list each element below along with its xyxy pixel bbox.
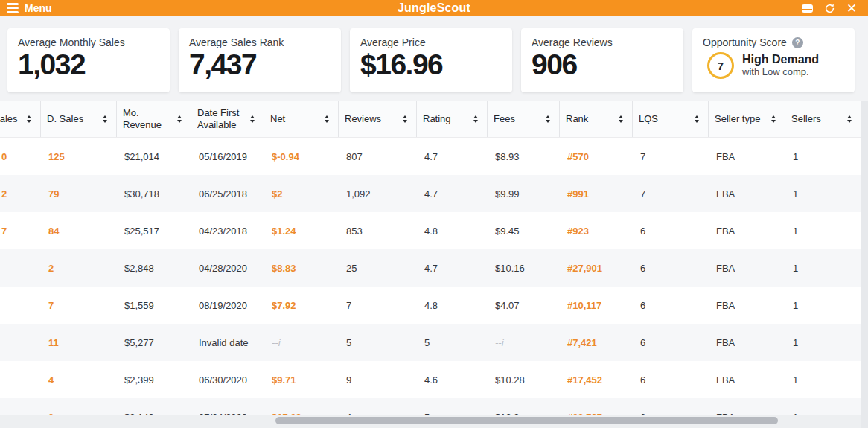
cell-net[interactable]: $8.83 bbox=[264, 249, 339, 287]
stat-label: Average Sales Rank bbox=[189, 36, 331, 48]
column-header-date_first_available[interactable]: Date First Available bbox=[191, 101, 264, 137]
cell-reviews: 1,092 bbox=[339, 175, 417, 212]
cell-rank[interactable]: #923 bbox=[560, 212, 633, 249]
cell-d_sales[interactable]: 84 bbox=[41, 212, 117, 249]
stat-card-opportunity-score: Opportunity Score ? 7 High Demand with L… bbox=[692, 28, 855, 92]
cell-sales[interactable]: 7 bbox=[0, 212, 41, 249]
cell-sellers: 1 bbox=[785, 138, 861, 175]
table-row: 0125$21,01405/16/2019$-0.948074.7$8.93#5… bbox=[0, 138, 861, 175]
table-body: 0125$21,01405/16/2019$-0.948074.7$8.93#5… bbox=[0, 138, 861, 428]
column-header-sellers[interactable]: Sellers bbox=[785, 101, 861, 137]
cell-sellers: 1 bbox=[785, 175, 861, 212]
cell-net[interactable]: $7.92 bbox=[264, 287, 339, 324]
sort-arrows-icon bbox=[473, 115, 478, 123]
cell-sales[interactable]: 0 bbox=[0, 138, 41, 175]
sort-arrows-icon bbox=[325, 115, 329, 123]
vertical-scrollbar[interactable] bbox=[861, 101, 868, 428]
app-title: JungleScout bbox=[0, 0, 868, 16]
cell-seller_type: FBA bbox=[709, 361, 785, 398]
stat-card-sales-rank: Average Sales Rank 7,437 bbox=[179, 28, 341, 92]
sort-down-icon bbox=[847, 120, 852, 123]
refresh-button[interactable] bbox=[822, 1, 837, 15]
cell-sellers: 1 bbox=[785, 212, 861, 249]
refresh-icon bbox=[824, 3, 835, 14]
help-icon[interactable]: ? bbox=[792, 37, 803, 48]
stat-label: Average Monthly Sales bbox=[18, 36, 159, 48]
cell-mo_revenue: $1,559 bbox=[117, 287, 191, 324]
column-header-lqs[interactable]: LQS bbox=[633, 101, 709, 137]
cell-net: --i bbox=[264, 324, 339, 361]
stat-value: 1,032 bbox=[18, 48, 159, 82]
cell-net[interactable]: $9.71 bbox=[264, 361, 339, 398]
cell-d_sales[interactable]: 11 bbox=[41, 324, 117, 361]
cell-rank[interactable]: #7,421 bbox=[560, 324, 633, 361]
cell-sellers: 1 bbox=[785, 324, 861, 361]
sort-arrows-icon bbox=[619, 115, 623, 123]
table-row: 11$5,277Invalid date--i55--i#7,4216FBA1 bbox=[0, 324, 861, 361]
stat-value: 906 bbox=[532, 48, 673, 82]
menu-button[interactable]: Menu bbox=[0, 0, 63, 16]
sort-down-icon bbox=[103, 120, 107, 123]
sort-arrows-icon bbox=[403, 115, 407, 123]
cell-fees: $9.45 bbox=[488, 212, 560, 249]
sort-down-icon bbox=[771, 120, 776, 123]
cell-rank[interactable]: #27,901 bbox=[560, 249, 633, 287]
cell-rank[interactable]: #570 bbox=[560, 138, 633, 175]
sort-up-icon bbox=[177, 115, 182, 118]
cell-date_first_available: 06/25/2018 bbox=[191, 175, 264, 212]
menu-label: Menu bbox=[25, 2, 52, 14]
horizontal-scrollbar-track[interactable] bbox=[0, 415, 861, 428]
column-header-fees[interactable]: Fees bbox=[488, 101, 560, 137]
cell-rank[interactable]: #17,452 bbox=[560, 361, 633, 398]
stat-card-price: Average Price $16.96 bbox=[350, 28, 512, 92]
cell-sales[interactable]: 2 bbox=[0, 175, 41, 212]
cell-seller_type: FBA bbox=[709, 138, 785, 175]
table-row: 4$2,39906/30/2020$9.7194.6$10.28#17,4526… bbox=[0, 361, 861, 398]
cell-d_sales[interactable]: 7 bbox=[41, 287, 117, 324]
column-header-mo_revenue[interactable]: Mo. Revenue bbox=[117, 101, 191, 137]
titlebar-divider bbox=[63, 0, 63, 16]
cell-lqs: 7 bbox=[633, 175, 709, 212]
window-controls: ✕ bbox=[800, 1, 868, 15]
column-label: Net bbox=[270, 113, 285, 125]
column-label: Sales bbox=[0, 113, 18, 125]
column-label: Seller type bbox=[715, 113, 760, 125]
column-header-reviews[interactable]: Reviews bbox=[339, 101, 417, 137]
cell-net[interactable]: $2 bbox=[264, 175, 339, 212]
column-header-net[interactable]: Net bbox=[264, 101, 339, 137]
horizontal-scrollbar-thumb[interactable] bbox=[275, 417, 778, 424]
window-button[interactable] bbox=[800, 1, 814, 15]
table-row: 279$30,71806/25/2018$21,0924.7$9.99#9917… bbox=[0, 175, 861, 212]
cell-mo_revenue: $25,517 bbox=[117, 212, 191, 249]
titlebar: Menu JungleScout ✕ bbox=[0, 0, 868, 16]
sort-up-icon bbox=[619, 115, 623, 118]
table-row: 784$25,51704/23/2018$1.248534.8$9.45#923… bbox=[0, 212, 861, 249]
cell-lqs: 6 bbox=[633, 212, 709, 249]
close-button[interactable]: ✕ bbox=[844, 1, 859, 15]
column-header-d_sales[interactable]: D. Sales bbox=[41, 101, 117, 137]
cell-net[interactable]: $-0.94 bbox=[264, 138, 339, 175]
cell-d_sales[interactable]: 2 bbox=[41, 249, 117, 287]
column-header-rank[interactable]: Rank bbox=[560, 101, 633, 137]
column-header-rating[interactable]: Rating bbox=[417, 101, 488, 137]
cell-net[interactable]: $1.24 bbox=[264, 212, 339, 249]
cell-rank[interactable]: #10,117 bbox=[560, 287, 633, 324]
opportunity-headline: High Demand bbox=[742, 53, 819, 66]
sort-arrows-icon bbox=[250, 115, 255, 123]
cell-sellers: 1 bbox=[785, 361, 861, 398]
cell-d_sales[interactable]: 79 bbox=[41, 175, 117, 212]
sort-arrows-icon bbox=[103, 115, 107, 123]
cell-rank[interactable]: #991 bbox=[560, 175, 633, 212]
sort-arrows-icon bbox=[695, 115, 699, 123]
cell-fees: $8.93 bbox=[488, 138, 560, 175]
opportunity-subline: with Low comp. bbox=[742, 66, 819, 78]
cell-d_sales[interactable]: 4 bbox=[41, 361, 117, 398]
sort-up-icon bbox=[473, 115, 478, 118]
column-label: LQS bbox=[639, 113, 658, 125]
cell-d_sales[interactable]: 125 bbox=[41, 138, 117, 175]
sort-arrows-icon bbox=[177, 115, 182, 123]
sort-up-icon bbox=[546, 115, 550, 118]
column-header-seller_type[interactable]: Seller type bbox=[709, 101, 785, 137]
column-header-sales[interactable]: Sales bbox=[0, 101, 41, 137]
cell-date_first_available: Invalid date bbox=[191, 324, 264, 361]
